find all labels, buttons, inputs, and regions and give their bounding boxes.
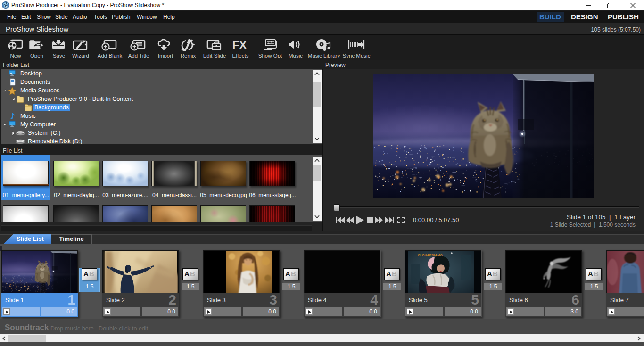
svg-text:FX: FX: [232, 39, 247, 51]
